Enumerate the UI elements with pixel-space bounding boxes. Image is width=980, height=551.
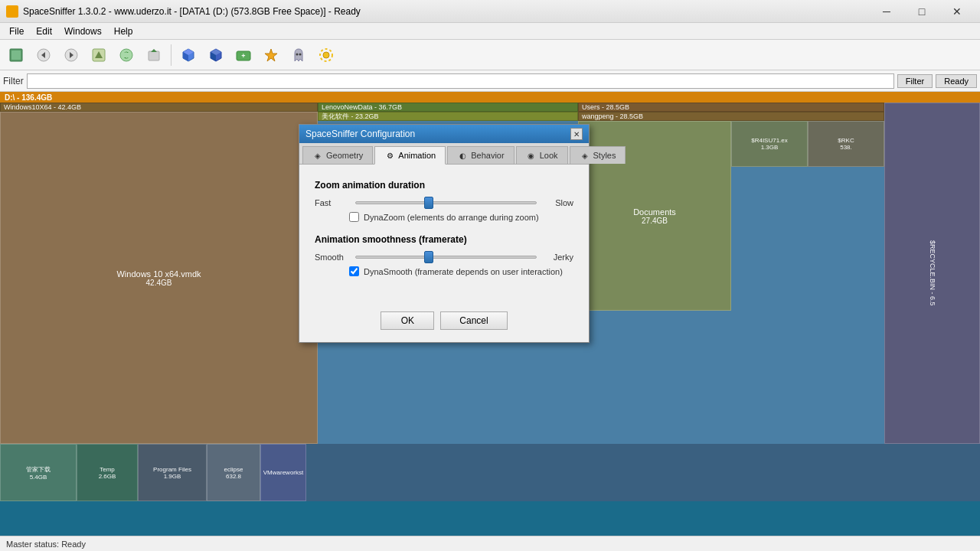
- fast-label: Fast: [315, 198, 349, 207]
- wangpeng-strip: wangpeng - 28.5GB: [578, 112, 884, 121]
- r4isu-block: $R4ISU71.ex 1.3GB: [731, 121, 808, 167]
- svg-rect-1: [11, 51, 21, 60]
- tab-look[interactable]: ◉ Look: [516, 146, 568, 164]
- up-button[interactable]: [86, 42, 112, 68]
- svg-rect-9: [149, 51, 159, 60]
- smooth-slider-thumb[interactable]: [424, 251, 433, 263]
- menu-windows[interactable]: Windows: [58, 24, 108, 38]
- svg-marker-10: [151, 49, 157, 52]
- tab-styles[interactable]: ◈ Styles: [570, 146, 626, 164]
- smooth-slider-track: [355, 256, 537, 259]
- programfiles-block: Program Files 1.9GB: [138, 444, 207, 501]
- title-bar: SpaceSniffer 1.3.0.2 - www.uderzo.it - […: [0, 0, 980, 23]
- dialog-title: SpaceSniffer Configuration: [305, 129, 415, 139]
- status-text: Master status: Ready: [6, 540, 86, 549]
- zoom-slider-track: [355, 201, 537, 204]
- lenovo-strip: LenovoNewData - 36.7GB: [318, 103, 578, 112]
- add-folder-icon: +: [236, 47, 251, 63]
- zoom-slider-thumb[interactable]: [424, 197, 433, 209]
- dialog-tabs: ◈ Geometry ⚙ Animation ◐ Behavior ◉ Look…: [299, 143, 589, 165]
- cube2-icon: [208, 47, 224, 63]
- toolbar-separator-1: [171, 44, 172, 66]
- jerky-label: Jerky: [543, 253, 573, 262]
- dialog-close-button[interactable]: ✕: [570, 128, 583, 140]
- svg-point-20: [296, 53, 299, 55]
- smooth-label: Smooth: [315, 253, 349, 262]
- maximize-button[interactable]: □: [905, 0, 939, 23]
- svg-point-21: [299, 53, 302, 55]
- export-button[interactable]: [141, 42, 167, 68]
- settings-button[interactable]: [313, 42, 339, 68]
- eclipse-block: eclipse 632.8: [207, 444, 260, 501]
- status-bar: Master status: Ready: [0, 536, 980, 551]
- window-controls: ─ □ ✕: [870, 0, 974, 23]
- smooth-slider-row: Smooth Jerky: [315, 253, 573, 262]
- dynazoom-checkbox[interactable]: [349, 212, 359, 222]
- tab-behavior[interactable]: ◐ Behavior: [447, 146, 514, 164]
- menu-edit[interactable]: Edit: [30, 24, 58, 38]
- refresh-button[interactable]: [113, 42, 139, 68]
- star-icon: [263, 47, 279, 63]
- forward-icon: [64, 48, 78, 62]
- add-folder-button[interactable]: +: [230, 42, 256, 68]
- geometry-icon: ◈: [312, 150, 323, 161]
- behavior-icon: ◐: [457, 150, 468, 161]
- minimize-button[interactable]: ─: [870, 0, 903, 23]
- styles-icon: ◈: [580, 150, 590, 161]
- ok-button[interactable]: OK: [381, 311, 434, 330]
- look-icon: ◉: [526, 150, 537, 161]
- filter-label: Filter: [3, 76, 24, 86]
- refresh-icon: [119, 48, 133, 62]
- menu-file[interactable]: File: [3, 24, 30, 38]
- app-icon: [6, 5, 18, 18]
- star-button[interactable]: [258, 42, 284, 68]
- back-button[interactable]: [31, 42, 57, 68]
- svg-text:+: +: [241, 52, 245, 60]
- home-icon: [8, 47, 24, 63]
- srkc-block: $RKC 538.: [808, 121, 884, 167]
- smooth-section-title: Animation smoothness (framerate): [315, 234, 573, 245]
- cube2-button[interactable]: [203, 42, 229, 68]
- dialog-title-bar: SpaceSniffer Configuration ✕: [299, 125, 589, 143]
- temp-block: Temp 2.6GB: [77, 444, 138, 501]
- software-strip: 美化软件 - 23.2GB: [318, 112, 578, 121]
- export-icon: [147, 48, 161, 62]
- slow-label: Slow: [543, 198, 573, 207]
- dialog-buttons: OK Cancel: [299, 304, 589, 342]
- settings-icon: [318, 47, 334, 63]
- users-strip: Users - 28.5GB: [578, 103, 884, 112]
- forward-button[interactable]: [58, 42, 84, 68]
- back-icon: [37, 48, 51, 62]
- ghost-button[interactable]: [286, 42, 312, 68]
- window-title: SpaceSniffer 1.3.0.2 - www.uderzo.it - […: [23, 6, 870, 17]
- filter-input[interactable]: [27, 73, 894, 89]
- zoom-section-title: Zoom animation duration: [315, 180, 573, 191]
- dynasmooth-row: DynaSmooth (framerate depends on user in…: [349, 266, 573, 276]
- cube1-button[interactable]: [175, 42, 201, 68]
- up-icon: [92, 48, 106, 62]
- windows-strip: Windows10X64 - 42.4GB: [0, 103, 318, 112]
- home-button[interactable]: [3, 42, 29, 68]
- dynasmooth-label: DynaSmooth (framerate depends on user in…: [364, 267, 563, 276]
- cube1-icon: [181, 47, 196, 63]
- close-button[interactable]: ✕: [940, 0, 974, 23]
- tab-animation[interactable]: ⚙ Animation: [374, 146, 446, 165]
- dynazoom-row: DynaZoom (elements do arrange during zoo…: [349, 212, 573, 222]
- filter-button[interactable]: Filter: [897, 74, 933, 88]
- svg-marker-19: [265, 49, 277, 61]
- zoom-slider-row: Fast Slow: [315, 198, 573, 207]
- ghost-icon: [291, 47, 306, 63]
- dynasmooth-checkbox[interactable]: [349, 266, 359, 276]
- cancel-button[interactable]: Cancel: [440, 311, 507, 330]
- animation-icon: ⚙: [384, 150, 395, 161]
- tab-geometry[interactable]: ◈ Geometry: [302, 146, 373, 164]
- drive-label: D:\ - 136.4GB: [5, 93, 52, 102]
- recycle-block: $RECYCLE.BIN - 6.5: [884, 103, 980, 444]
- dialog-content: Zoom animation duration Fast Slow DynaZo…: [299, 165, 589, 304]
- menu-help[interactable]: Help: [108, 24, 139, 38]
- svg-point-22: [323, 52, 329, 58]
- toolbar: +: [0, 40, 980, 70]
- guanjiaxiazai-block: 管家下载 5.4GB: [0, 444, 77, 501]
- filter-bar: Filter Filter Ready: [0, 70, 980, 92]
- menu-bar: File Edit Windows Help: [0, 23, 980, 40]
